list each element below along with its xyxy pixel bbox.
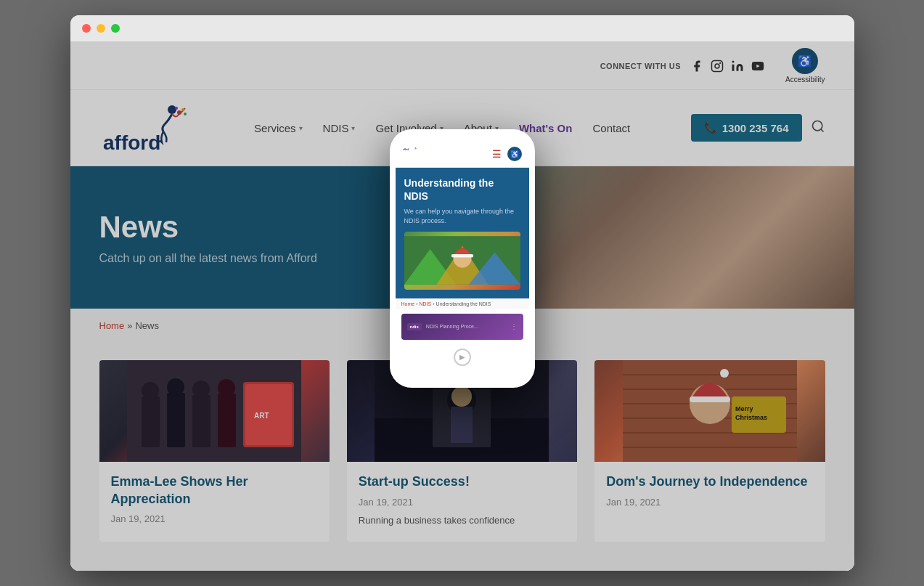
- phone-icon: 📞: [704, 121, 718, 134]
- svg-point-8: [184, 113, 187, 115]
- svg-point-21: [218, 379, 235, 396]
- svg-point-41: [720, 369, 729, 378]
- phone-hero: Understanding the NDIS We can help you n…: [396, 168, 529, 298]
- news-card-body-1: Emma-Lee Shows Her Appreciation Jan 19, …: [99, 462, 330, 542]
- breadcrumb-home-link[interactable]: Home: [99, 320, 125, 331]
- svg-point-2: [719, 62, 721, 63]
- phone-breadcrumb: Home › NDIS › Understanding the NDIS: [396, 298, 529, 309]
- linkedin-icon[interactable]: [730, 59, 745, 73]
- svg-point-11: [812, 121, 822, 130]
- svg-point-17: [167, 378, 184, 396]
- phone-accessibility-icon[interactable]: ♿: [507, 147, 522, 161]
- social-icons-group: [690, 59, 765, 73]
- svg-rect-55: [451, 254, 473, 257]
- phone-header: afford ☰ ♿: [396, 141, 529, 168]
- ndis-badge: ndis: [407, 323, 422, 330]
- news-card-title-3: Dom's Journey to Independence: [606, 473, 813, 490]
- phone-video-thumbnail[interactable]: ndis NDIS Planning Proce... ⋮: [401, 314, 523, 340]
- svg-text:afford: afford: [103, 131, 160, 154]
- search-button[interactable]: [811, 119, 825, 137]
- hamburger-icon[interactable]: ☰: [492, 148, 502, 160]
- news-card-body-3: Dom's Journey to Independence Jan 19, 20…: [594, 462, 825, 524]
- svg-text:Christmas: Christmas: [735, 414, 767, 421]
- logo-area: afford: [99, 99, 194, 157]
- breadcrumb-current: News: [135, 320, 159, 331]
- browser-chrome: [70, 15, 854, 42]
- breadcrumb-separator: »: [127, 320, 132, 331]
- facebook-icon[interactable]: [690, 59, 704, 73]
- svg-rect-18: [192, 395, 210, 447]
- phone-header-icons: ☰ ♿: [492, 147, 522, 161]
- svg-rect-30: [451, 407, 473, 443]
- youtube-icon[interactable]: [751, 59, 765, 73]
- svg-rect-14: [142, 396, 160, 447]
- svg-rect-16: [167, 393, 185, 447]
- phone-logo: afford: [403, 147, 425, 161]
- video-title: NDIS Planning Proce...: [426, 324, 506, 329]
- phone-breadcrumb-ndis: NDIS: [420, 301, 432, 306]
- nav-item-ndis[interactable]: NDIS ▾: [314, 116, 364, 140]
- svg-text:ART: ART: [254, 412, 269, 420]
- mobile-phone-frame: afford ☰ ♿ Understanding the NDIS We can…: [390, 129, 535, 388]
- phone-video-play: ▶: [396, 344, 529, 370]
- news-card-image-1: ART: [99, 360, 330, 462]
- svg-point-1: [715, 64, 719, 68]
- news-card-date-3: Jan 19, 2021: [606, 497, 813, 508]
- instagram-icon[interactable]: [710, 59, 724, 73]
- phone-number: 1300 235 764: [722, 122, 789, 134]
- browser-dot-yellow[interactable]: [97, 24, 105, 33]
- svg-point-7: [181, 108, 184, 111]
- accessibility-label: Accessibility: [785, 76, 825, 84]
- connect-label: CONNECT WITH US: [600, 62, 681, 70]
- top-bar: CONNECT WITH US ♿ Accessibility: [70, 42, 854, 90]
- svg-text:afford: afford: [403, 148, 409, 151]
- phone-button[interactable]: 📞 1300 235 764: [691, 114, 802, 142]
- svg-point-9: [175, 107, 178, 110]
- svg-point-19: [192, 381, 210, 398]
- svg-rect-20: [218, 394, 236, 447]
- play-button[interactable]: ▶: [454, 349, 471, 366]
- browser-dot-green[interactable]: [111, 24, 120, 33]
- browser-dot-red[interactable]: [82, 24, 91, 33]
- nav-item-contact[interactable]: Contact: [584, 116, 639, 140]
- svg-line-12: [820, 129, 823, 131]
- phone-hero-image: [404, 232, 520, 290]
- svg-point-46: [416, 148, 417, 149]
- news-card-body-2: Start-up Success! Jan 19, 2021 Running a…: [347, 462, 577, 539]
- news-card-1[interactable]: ART Emma-Lee Shows Her Appreciation Jan …: [99, 360, 330, 542]
- svg-point-15: [142, 382, 159, 399]
- svg-point-3: [732, 60, 735, 62]
- website-content: CONNECT WITH US ♿ Accessibility: [70, 42, 854, 571]
- phone-breadcrumb-home: Home: [401, 301, 415, 306]
- phone-screen: afford ☰ ♿ Understanding the NDIS We can…: [396, 141, 529, 370]
- svg-point-6: [177, 110, 181, 115]
- afford-logo[interactable]: afford: [99, 99, 194, 157]
- phone-breadcrumb-current: Understanding the NDIS: [436, 301, 491, 306]
- svg-rect-40: [690, 396, 730, 402]
- accessibility-icon: ♿: [792, 48, 818, 74]
- svg-point-29: [451, 386, 472, 407]
- news-card-date-2: Jan 19, 2021: [359, 497, 565, 508]
- news-card-excerpt-2: Running a business takes confidence: [359, 513, 565, 528]
- phone-hero-title: Understanding the NDIS: [404, 176, 520, 203]
- nav-item-services[interactable]: Services ▾: [245, 116, 311, 140]
- phone-hero-subtitle: We can help you navigate through the NDI…: [404, 207, 520, 225]
- news-card-date-1: Jan 19, 2021: [111, 513, 318, 524]
- news-card-image-3: Merry Christmas: [594, 360, 825, 462]
- svg-point-5: [168, 105, 176, 114]
- chevron-down-icon: ▾: [351, 124, 355, 132]
- news-card-title-1: Emma-Lee Shows Her Appreciation: [111, 473, 318, 508]
- browser-window: CONNECT WITH US ♿ Accessibility: [70, 15, 854, 571]
- accessibility-button[interactable]: ♿ Accessibility: [785, 48, 825, 84]
- news-card-title-2: Start-up Success!: [359, 473, 565, 490]
- svg-text:Merry: Merry: [735, 405, 753, 412]
- chevron-down-icon: ▾: [299, 124, 303, 132]
- svg-rect-0: [712, 60, 723, 71]
- news-card-3[interactable]: Merry Christmas Dom's Journey to Indepen…: [594, 360, 825, 542]
- video-options-icon[interactable]: ⋮: [510, 322, 518, 330]
